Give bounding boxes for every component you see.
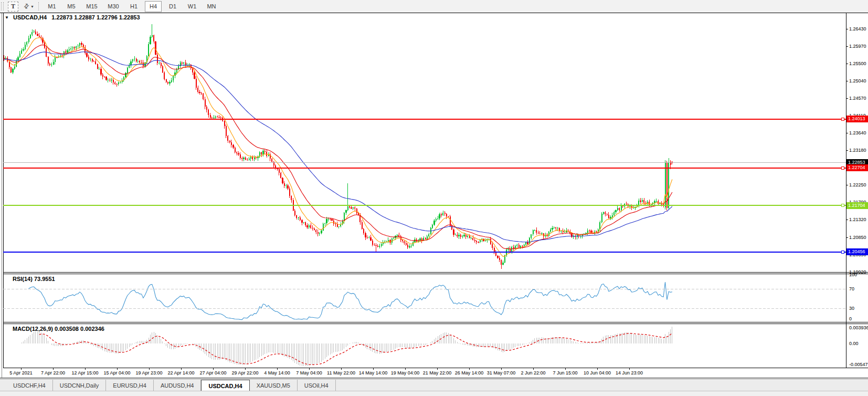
chart-title: ▼ USDCAD,H4 1.22873 1.22887 1.22796 1.22…: [5, 14, 140, 20]
time-axis-label: 7 Apr 22:00: [41, 370, 65, 376]
macd-axis-label: -0.00547: [849, 362, 868, 367]
time-axis-label: 14 May 14:00: [359, 370, 388, 376]
time-axis-label: 19 Apr 23:00: [135, 370, 162, 376]
macd-axis-label: 0.003936: [849, 325, 868, 330]
rsi-axis-label: 30: [849, 306, 854, 311]
chart-tab-bar: USDCHF,H4USDCNH,DailyEURUSD,H4AUDUSD,H4U…: [0, 379, 868, 391]
time-axis-label: 22 Apr 14:00: [167, 370, 194, 376]
price-axis-label: 1.26430: [849, 26, 866, 32]
time-axis-label: 26 May 14:00: [455, 370, 484, 376]
time-axis-label: 2 Jun 22:00: [521, 370, 545, 376]
time-axis-label: 27 Apr 04:00: [199, 370, 226, 376]
time-axis-label: 11 May 22:00: [327, 370, 355, 376]
chart-tab-xauusd-m5[interactable]: XAUUSD,M5: [250, 380, 298, 391]
chart-ohlc-values: 1.22873 1.22887 1.22796 1.22853: [51, 14, 140, 20]
price-axis-label: 1.25970: [849, 44, 866, 49]
chart-tab-usdcnh-daily[interactable]: USDCNH,Daily: [53, 380, 107, 391]
rsi-axis-label: 0: [849, 316, 852, 321]
hline-handle[interactable]: [841, 251, 844, 254]
time-axis-label: 7 Jun 15:00: [553, 370, 577, 376]
time-axis-label: 15 Apr 04:00: [103, 370, 130, 376]
time-axis-label: 14 Jun 23:00: [616, 370, 643, 376]
time-axis-label: 7 May 04:00: [296, 370, 322, 376]
chart-canvas[interactable]: [0, 0, 868, 396]
status-bar: [0, 391, 868, 396]
chart-tab-audusd-h4[interactable]: AUDUSD,H4: [154, 380, 202, 391]
price-axis-label: 1.20850: [849, 235, 866, 240]
macd-axis-label: 0.00: [849, 341, 859, 346]
price-axis-label: 1.23640: [849, 130, 866, 136]
price-axis-label: 1.23180: [849, 148, 866, 153]
time-axis-label: 29 Apr 22:00: [231, 370, 258, 376]
chart-symbol-period: USDCAD,H4: [13, 14, 47, 20]
price-axis-label: 1.25040: [849, 78, 866, 84]
collapse-triangle-icon[interactable]: ▼: [5, 15, 9, 20]
chart-tab-eurusd-h4[interactable]: EURUSD,H4: [106, 380, 154, 391]
hline-handle[interactable]: [841, 118, 844, 121]
time-axis-label: 31 May 07:00: [487, 370, 516, 376]
price-badge-1.21704: 1.21704: [846, 202, 868, 209]
chart-window-bg: [0, 13, 868, 378]
price-axis-label: 1.21320: [849, 217, 866, 222]
price-axis-label: 1.24570: [849, 96, 866, 101]
price-axis-label: 1.25500: [849, 61, 866, 66]
chart-tab-usdchf-h4[interactable]: USDCHF,H4: [6, 380, 53, 391]
rsi-axis-label: 100: [849, 272, 857, 277]
price-axis-label: 1.22250: [849, 182, 866, 187]
time-axis-label: 12 Apr 15:00: [71, 370, 98, 376]
mt-terminal-window: T ⇅ ▼ M1M5M15M30H1H4D1W1MN ▼ USDCAD,H4 1…: [0, 0, 868, 396]
price-badge-1.24013: 1.24013: [846, 116, 868, 122]
time-axis-label: 5 Apr 2021: [9, 370, 33, 376]
price-badge-1.20456: 1.20456: [846, 248, 868, 255]
chart-tab-usdcad-h4[interactable]: USDCAD,H4: [201, 380, 249, 391]
time-axis-label: 10 Jun 04:00: [584, 370, 611, 376]
hline-handle[interactable]: [841, 204, 844, 207]
time-axis-label: 21 May 22:00: [423, 370, 452, 376]
hline-handle[interactable]: [841, 167, 844, 170]
time-axis-label: 19 May 04:00: [391, 370, 420, 376]
chart-tab-usoil-h4[interactable]: USOil,H4: [298, 380, 336, 391]
price-badge-1.22704: 1.22704: [846, 164, 868, 171]
rsi-axis-label: 70: [849, 286, 854, 291]
macd-indicator-label: MACD(12,26,9) 0.003508 0.002346: [13, 326, 104, 332]
time-axis-label: 4 May 14:00: [264, 370, 290, 376]
rsi-indicator-label: RSI(14) 73.9551: [13, 276, 55, 282]
